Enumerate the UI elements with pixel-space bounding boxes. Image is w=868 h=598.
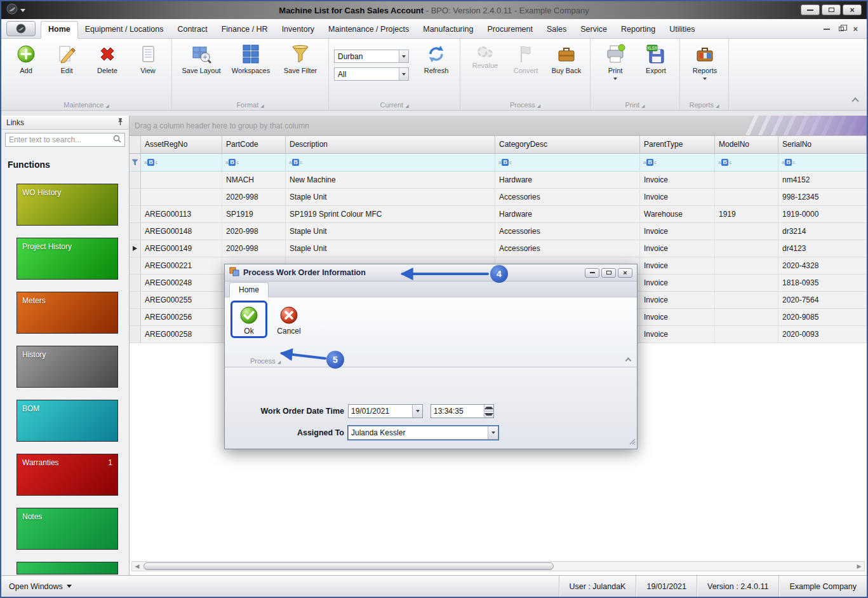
tab-home[interactable]: Home — [41, 21, 78, 39]
group-dialog-launcher-icon[interactable]: ◢ — [537, 104, 540, 108]
export-button[interactable]: XLSX Export — [636, 42, 676, 75]
column-header-assetregno[interactable]: AssetRegNo — [141, 136, 222, 154]
tab-finance-hr[interactable]: Finance / HR — [215, 22, 275, 38]
filter-type-icon[interactable]: aBc — [498, 159, 512, 166]
tab-manufacturing[interactable]: Manufacturing — [416, 22, 480, 38]
column-header-parenttype[interactable]: ParentType — [640, 136, 715, 154]
application-menu-button[interactable] — [6, 21, 36, 36]
filter-type-icon[interactable]: aBc — [782, 159, 795, 166]
assigned-dropdown-caret-icon[interactable] — [488, 426, 498, 439]
filter-cell-modelno[interactable]: aBc — [715, 154, 778, 172]
cell[interactable] — [715, 189, 778, 206]
date-input[interactable] — [349, 405, 412, 418]
cell[interactable]: New Machine — [286, 172, 495, 189]
edit-button[interactable]: Edit — [47, 42, 86, 75]
time-spin-up-icon[interactable] — [484, 405, 493, 411]
filter-cell-partcode[interactable]: aBc — [222, 154, 286, 172]
cell[interactable] — [715, 275, 778, 292]
cell[interactable]: Staple Unit — [286, 240, 495, 257]
cell[interactable]: 2020-7564 — [778, 292, 867, 309]
save-filter-button[interactable]: Save Filter — [276, 42, 324, 75]
cell[interactable]: Invoice — [640, 257, 715, 275]
cell[interactable]: AREG000256 — [141, 309, 222, 326]
cell[interactable]: AREG000113 — [141, 206, 222, 223]
cell[interactable]: Accessories — [495, 189, 640, 206]
cell[interactable]: Invoice — [640, 240, 715, 257]
dialog-title-bar[interactable]: Process Work Order Information × — [225, 264, 637, 282]
cell[interactable]: Staple Unit — [286, 223, 495, 240]
assigned-to-input[interactable] — [349, 426, 488, 439]
cell[interactable]: Invoice — [640, 189, 715, 206]
tab-equipment-locations[interactable]: Equipment / Locations — [78, 22, 171, 38]
group-dialog-launcher-icon[interactable]: ◢ — [405, 104, 408, 108]
cell[interactable]: 1818-0935 — [778, 275, 867, 292]
tab-service[interactable]: Service — [573, 22, 614, 38]
scroll-left-icon[interactable]: ◀ — [132, 562, 142, 571]
tab-inventory[interactable]: Inventory — [275, 22, 321, 38]
group-dialog-launcher-icon[interactable]: ◢ — [105, 104, 109, 108]
dialog-close-button[interactable]: × — [618, 268, 632, 278]
filter-cell-parenttype[interactable]: aBc — [640, 154, 715, 172]
group-dialog-launcher-icon[interactable]: ◢ — [641, 104, 644, 108]
filter-cell-categorydesc[interactable]: aBc — [495, 154, 640, 172]
scrollbar-thumb[interactable] — [144, 562, 554, 570]
view-button[interactable]: View — [128, 42, 168, 75]
function-tile-project-history[interactable]: Project History — [17, 238, 118, 280]
tab-contract[interactable]: Contract — [170, 22, 214, 38]
scroll-right-icon[interactable]: ▶ — [854, 562, 864, 571]
group-dialog-launcher-icon[interactable]: ◢ — [716, 104, 719, 108]
cell[interactable]: dr4123 — [778, 240, 867, 257]
cell[interactable]: 2020-998 — [222, 240, 286, 257]
cell[interactable]: Invoice — [640, 292, 715, 309]
cell[interactable] — [141, 189, 222, 206]
cell[interactable]: AREG000255 — [141, 292, 222, 309]
cell[interactable]: dr3214 — [778, 223, 867, 240]
cell[interactable]: Hardware — [495, 172, 640, 189]
dropdown-caret-icon[interactable] — [399, 50, 408, 62]
open-windows-button[interactable]: Open Windows — [1, 582, 72, 591]
cell[interactable]: 1919 — [715, 206, 778, 223]
dialog-ribbon-collapse-icon[interactable] — [625, 358, 632, 364]
filter-type-icon[interactable]: aBc — [718, 159, 731, 166]
function-tile-meters[interactable]: Meters — [17, 292, 118, 334]
tab-utilities[interactable]: Utilities — [662, 22, 702, 38]
horizontal-scrollbar[interactable]: ◀ ▶ — [131, 561, 865, 571]
filter-type-icon[interactable]: aBc — [643, 159, 657, 166]
cell[interactable] — [141, 172, 222, 189]
column-header-description[interactable]: Description — [286, 136, 495, 154]
cell[interactable]: Warehouse — [640, 206, 715, 223]
group-dialog-launcher-icon[interactable]: ◢ — [260, 104, 264, 108]
mdi-restore-icon[interactable] — [839, 27, 844, 31]
dialog-tab-home[interactable]: Home — [229, 282, 269, 297]
filter-type-icon[interactable]: aBc — [144, 159, 157, 166]
cell[interactable]: nm4152 — [778, 172, 867, 189]
cell[interactable]: AREG000248 — [141, 275, 222, 292]
dialog-minimize-button[interactable] — [585, 268, 599, 278]
open-windows-caret-icon[interactable] — [67, 585, 72, 588]
date-dropdown-caret-icon[interactable] — [412, 405, 422, 418]
cell[interactable] — [715, 309, 778, 326]
quick-access-caret-icon[interactable] — [20, 9, 25, 12]
cell[interactable]: Invoice — [640, 326, 715, 343]
cell[interactable] — [715, 223, 778, 240]
ok-button[interactable]: Ok — [233, 303, 265, 336]
tab-procurement[interactable]: Procurement — [480, 22, 540, 38]
function-tile-partial[interactable] — [17, 562, 118, 574]
cell[interactable]: Accessories — [495, 240, 640, 257]
cell[interactable]: SP1919 Sprint Colour MFC — [286, 206, 495, 223]
minimize-button[interactable] — [801, 4, 820, 15]
mdi-minimize-icon[interactable] — [824, 29, 830, 30]
column-header-categorydesc[interactable]: CategoryDesc — [495, 136, 640, 154]
cell[interactable]: Accessories — [495, 223, 640, 240]
print-menu-caret-icon[interactable] — [613, 78, 617, 80]
cell[interactable]: AREG000149 — [141, 240, 222, 257]
filter-cell-description[interactable]: aBc — [286, 154, 495, 172]
tab-maintenance-projects[interactable]: Maintenance / Projects — [321, 22, 416, 38]
assigned-to-dropdown[interactable] — [348, 426, 498, 440]
site-dropdown[interactable]: Durban — [334, 50, 409, 63]
search-input[interactable] — [9, 135, 113, 144]
save-layout-button[interactable]: Save Layout — [177, 42, 225, 75]
function-tile-wo-history[interactable]: WO History — [17, 184, 118, 226]
refresh-button[interactable]: Refresh — [417, 42, 456, 75]
column-header-modelno[interactable]: ModelNo — [715, 136, 778, 154]
